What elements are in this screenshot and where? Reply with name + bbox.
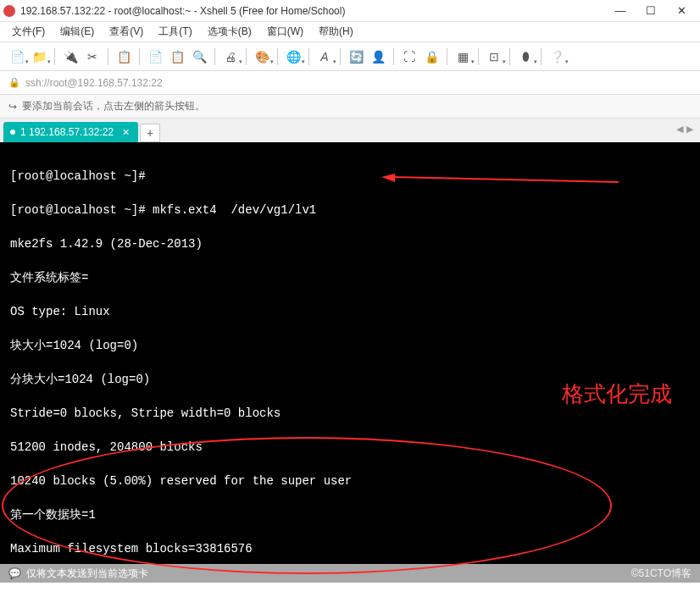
terminal-line: Stride=0 blocks, Stripe width=0 blocks [10, 405, 690, 422]
tab-bar: 1 192.168.57.132:22 ✕ + ◀ ▶ [0, 119, 700, 142]
app-icon [3, 5, 15, 17]
separator [277, 48, 278, 65]
xagent-button[interactable]: 👤 [368, 47, 388, 67]
help-button[interactable]: ❔ [547, 47, 567, 67]
tab-next-icon[interactable]: ▶ [686, 124, 693, 135]
menu-file[interactable]: 文件(F) [7, 23, 50, 41]
fullscreen-button[interactable]: ⛶ [399, 47, 419, 67]
arrow-icon[interactable]: ↪ [8, 101, 17, 113]
terminal-line: mke2fs 1.42.9 (28-Dec-2013) [10, 235, 690, 252]
address-text[interactable]: ssh://root@192.168.57.132:22 [25, 77, 163, 89]
window-controls: — ☐ ✕ [605, 1, 697, 21]
tab-status-icon [10, 130, 15, 135]
separator [246, 48, 247, 65]
menu-view[interactable]: 查看(V) [104, 23, 148, 41]
separator [108, 48, 108, 65]
separator [340, 48, 341, 65]
terminal-line: 10240 blocks (5.00%) reserved for the su… [10, 473, 690, 489]
menu-help[interactable]: 帮助(H) [314, 23, 358, 41]
separator [478, 48, 479, 65]
color-scheme-button[interactable]: 🎨 [252, 47, 272, 67]
info-text: 要添加当前会话，点击左侧的箭头按钮。 [22, 99, 205, 113]
window-titlebar: 192.168.57.132:22 - root@localhost:~ - X… [0, 0, 700, 22]
quick-command-button[interactable]: ⊡ [484, 47, 504, 67]
separator [447, 48, 447, 65]
maximize-button[interactable]: ☐ [636, 1, 666, 21]
separator [54, 48, 55, 65]
window-title: 192.168.57.132:22 - root@localhost:~ - X… [20, 5, 605, 17]
menu-window[interactable]: 窗口(W) [262, 23, 308, 41]
terminal-line: 分块大小=1024 (log=0) [10, 371, 690, 388]
separator [541, 48, 542, 65]
separator [139, 48, 140, 65]
open-session-button[interactable]: 📁 [29, 47, 49, 67]
encoding-button[interactable]: 🌐 [283, 47, 303, 67]
paste-button[interactable]: 📋 [167, 47, 187, 67]
properties-button[interactable]: 📋 [114, 47, 134, 67]
copy-button[interactable]: 📄 [145, 47, 165, 67]
new-session-button[interactable]: 📄 [7, 47, 27, 67]
separator [308, 48, 309, 65]
status-bar: 💬 仅将文本发送到当前选项卡 ©51CTO博客 [0, 564, 700, 583]
terminal[interactable]: [root@localhost ~]# [root@localhost ~]# … [0, 142, 700, 564]
disconnect-button[interactable]: ✂ [82, 47, 103, 67]
reconnect-button[interactable]: 🔌 [60, 47, 81, 67]
status-text: 仅将文本发送到当前选项卡 [26, 567, 148, 581]
separator [509, 48, 510, 65]
watermark: ©51CTO博客 [631, 567, 692, 581]
terminal-line: Maximum filesystem blocks=33816576 [10, 540, 690, 557]
xftp-button[interactable]: 🔄 [346, 47, 366, 67]
tab-active[interactable]: 1 192.168.57.132:22 ✕ [3, 122, 138, 142]
font-button[interactable]: A [314, 47, 335, 67]
separator [214, 48, 215, 65]
tab-nav: ◀ ▶ [676, 124, 693, 135]
tab-prev-icon[interactable]: ◀ [676, 124, 683, 135]
tab-label: 1 192.168.57.132:22 [20, 126, 114, 138]
menu-tools[interactable]: 工具(T) [153, 23, 197, 41]
lock-button[interactable]: 🔒 [421, 47, 442, 67]
terminal-line: 文件系统标签= [10, 269, 690, 286]
terminal-line: 块大小=1024 (log=0) [10, 337, 690, 354]
layout-button[interactable]: ▦ [453, 47, 473, 67]
menu-edit[interactable]: 编辑(E) [55, 23, 99, 41]
terminal-line: 第一个数据块=1 [10, 506, 690, 523]
terminal-line: OS type: Linux [10, 303, 690, 320]
highlight-button[interactable]: ⬮ [515, 47, 536, 67]
close-button[interactable]: ✕ [666, 1, 697, 21]
info-bar: ↪ 要添加当前会话，点击左侧的箭头按钮。 [0, 95, 700, 119]
tab-add-button[interactable]: + [140, 124, 160, 142]
status-icon: 💬 [8, 567, 21, 579]
menu-tabs[interactable]: 选项卡(B) [203, 23, 257, 41]
menu-bar: 文件(F) 编辑(E) 查看(V) 工具(T) 选项卡(B) 窗口(W) 帮助(… [0, 22, 700, 42]
tab-close-icon[interactable]: ✕ [122, 127, 130, 138]
terminal-line: [root@localhost ~]# mkfs.ext4 /dev/vg1/l… [10, 202, 690, 218]
separator [393, 48, 394, 65]
address-bar: 🔒 ssh://root@192.168.57.132:22 [0, 71, 700, 95]
lock-icon: 🔒 [8, 77, 20, 88]
toolbar: 📄 📁 🔌 ✂ 📋 📄 📋 🔍 🖨 🎨 🌐 A 🔄 👤 ⛶ 🔒 ▦ ⊡ ⬮ ❔ [0, 42, 700, 71]
terminal-line: [root@localhost ~]# [10, 168, 690, 185]
terminal-line: 51200 inodes, 204800 blocks [10, 439, 690, 456]
find-button[interactable]: 🔍 [189, 47, 209, 67]
print-button[interactable]: 🖨 [220, 47, 241, 67]
minimize-button[interactable]: — [605, 1, 636, 21]
